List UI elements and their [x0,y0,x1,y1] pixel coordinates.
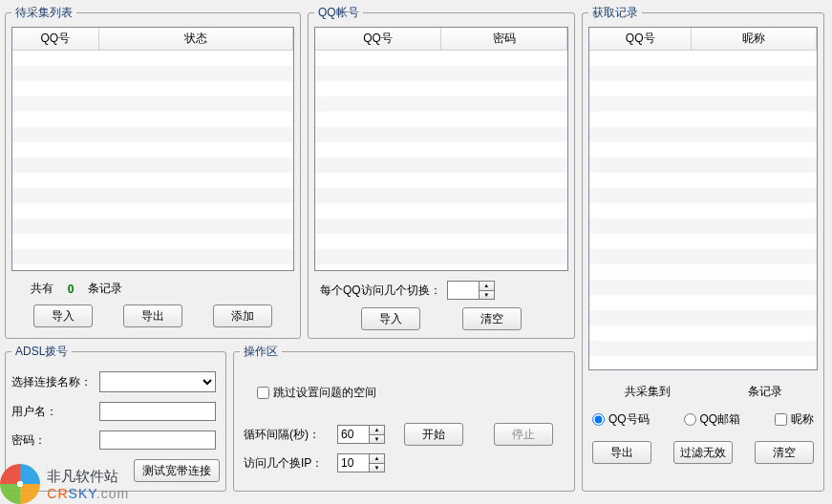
results-summary-prefix: 共采集到 [625,384,671,400]
pending-count-suffix: 条记录 [88,281,122,297]
pending-export-button[interactable]: 导出 [123,304,182,327]
ops-interval-label: 循环间隔(秒)： [244,427,331,443]
results-col-qq[interactable]: QQ号 [589,28,692,51]
results-clear-button[interactable]: 清空 [755,441,814,464]
ops-group: 操作区 跳过设置问题的空间 循环间隔(秒)： ▲ ▼ 开始 停止 访问几个换IP… [233,344,575,492]
pending-col-qq[interactable]: QQ号 [12,28,98,51]
pending-count-value: 0 [59,283,82,296]
switch-spinner[interactable]: ▲ ▼ [447,281,495,300]
accounts-group: QQ帐号 QQ号 密码 每个QQ访问几个切换： ▲ ▼ 导入 清空 [308,5,575,339]
accounts-import-button[interactable]: 导入 [361,307,420,330]
chk-nick-label[interactable]: 昵称 [775,411,814,428]
radio-mail-text: QQ邮箱 [700,411,741,428]
pending-table-body [12,51,293,271]
adsl-pwd-label: 密码： [11,432,94,449]
ops-skip-chk[interactable] [257,387,269,399]
results-table-body [589,51,817,370]
ops-ipswitch-up-icon[interactable]: ▲ [370,454,384,464]
radio-mail-label[interactable]: QQ邮箱 [684,411,741,428]
results-table-wrap: QQ号 昵称 [588,27,818,370]
pending-col-status[interactable]: 状态 [98,28,293,51]
ops-start-button[interactable]: 开始 [404,423,463,446]
pending-count-prefix: 共有 [31,281,53,297]
adsl-group: ADSL拨号 选择连接名称： 用户名： 密码： 测试宽带连接 [5,344,226,492]
ops-ipswitch-spinner[interactable]: ▲ ▼ [337,453,385,472]
accounts-col-qq[interactable]: QQ号 [315,28,441,51]
ops-stop-button[interactable]: 停止 [494,423,553,446]
ops-ipswitch-label: 访问几个换IP： [244,455,331,472]
pending-add-button[interactable]: 添加 [213,304,272,327]
ops-ipswitch-down-icon[interactable]: ▼ [370,464,384,472]
ops-interval-spinner[interactable]: ▲ ▼ [337,425,385,444]
switch-down-icon[interactable]: ▼ [480,291,494,300]
ops-legend: 操作区 [240,344,282,360]
results-table[interactable]: QQ号 昵称 [589,28,817,51]
chk-nick[interactable] [775,413,787,426]
accounts-table-wrap: QQ号 密码 [314,27,568,271]
results-summary-row: 共采集到 条记录 [588,384,818,400]
switch-up-icon[interactable]: ▲ [480,282,494,291]
adsl-test-button[interactable]: 测试宽带连接 [134,459,220,482]
ops-interval-input[interactable] [337,425,370,444]
chk-nick-text: 昵称 [791,411,814,428]
ops-interval-up-icon[interactable]: ▲ [370,426,384,435]
adsl-user-label: 用户名： [11,404,94,420]
switch-label: 每个QQ访问几个切换： [320,283,441,299]
ops-ipswitch-input[interactable] [337,453,370,472]
accounts-table-body [315,51,567,271]
adsl-conn-select[interactable] [99,371,216,392]
accounts-table[interactable]: QQ号 密码 [315,28,567,51]
accounts-legend: QQ帐号 [314,5,363,21]
results-filter-button[interactable]: 过滤无效 [673,441,733,464]
pending-table[interactable]: QQ号 状态 [12,28,293,51]
radio-mail[interactable] [684,413,696,426]
results-col-nick[interactable]: 昵称 [692,28,817,51]
switch-row: 每个QQ访问几个切换： ▲ ▼ [320,281,568,300]
results-group: 获取记录 QQ号 昵称 共采集到 条记录 QQ号码 QQ邮箱 昵称 导出 过滤无… [582,5,824,492]
pending-count-row: 共有 0 条记录 [31,281,294,297]
radio-qq-label[interactable]: QQ号码 [592,411,650,428]
pending-group: 待采集列表 QQ号 状态 共有 0 条记录 导入 导出 添加 [5,5,301,339]
adsl-pwd-input[interactable] [99,430,216,450]
pending-legend: 待采集列表 [11,5,76,21]
ops-interval-down-icon[interactable]: ▼ [370,435,384,444]
adsl-user-input[interactable] [99,402,216,421]
switch-input[interactable] [447,281,480,300]
pending-table-wrap: QQ号 状态 [11,27,294,271]
ops-skip-text: 跳过设置问题的空间 [273,385,376,401]
results-export-button[interactable]: 导出 [592,441,651,464]
ops-skip-label[interactable]: 跳过设置问题的空间 [257,385,376,401]
results-legend: 获取记录 [588,5,642,21]
accounts-col-pwd[interactable]: 密码 [441,28,567,51]
radio-qq-text: QQ号码 [608,411,650,428]
adsl-legend: ADSL拨号 [11,344,72,360]
pending-import-button[interactable]: 导入 [33,304,93,327]
radio-qq[interactable] [592,413,605,426]
adsl-conn-label: 选择连接名称： [11,374,94,390]
accounts-clear-button[interactable]: 清空 [462,307,522,330]
results-summary-suffix: 条记录 [748,384,782,400]
